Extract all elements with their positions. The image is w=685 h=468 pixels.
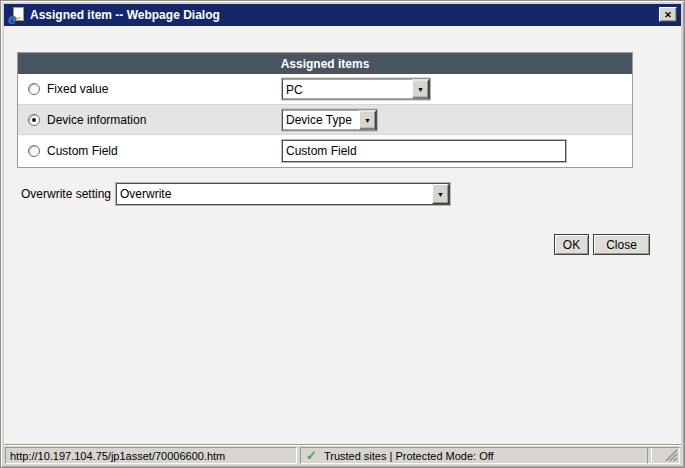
- internet-explorer-icon: e: [8, 7, 24, 23]
- overwrite-setting-selected-option: Overwrite: [117, 184, 432, 204]
- table-row-device-information: Device information Device Type ▼: [18, 104, 632, 134]
- close-window-button[interactable]: ✕: [659, 7, 677, 22]
- table-row-custom-field: Custom Field: [18, 134, 632, 167]
- resize-grip-icon: [664, 448, 678, 462]
- device-information-label: Device information: [47, 113, 146, 127]
- device-information-selected-option: Device Type: [283, 110, 359, 129]
- fixed-value-selected-option: PC: [283, 80, 412, 99]
- status-bar: http://10.197.104.75/jp1asset/70006600.h…: [4, 444, 681, 464]
- close-icon: ✕: [664, 10, 672, 20]
- chevron-down-icon[interactable]: ▼: [432, 184, 449, 204]
- resize-grip[interactable]: [647, 447, 680, 464]
- overwrite-setting-select[interactable]: Overwrite ▼: [116, 183, 450, 205]
- fixed-value-select[interactable]: PC ▼: [282, 79, 430, 100]
- dialog-body: Assigned items Fixed value PC ▼ Device i…: [4, 26, 681, 444]
- webpage-dialog-window: e Assigned item -- Webpage Dialog ✕ Assi…: [0, 0, 685, 468]
- assigned-items-table: Assigned items Fixed value PC ▼ Device i…: [17, 52, 633, 168]
- table-row-fixed-value: Fixed value PC ▼: [18, 74, 632, 104]
- window-title: Assigned item -- Webpage Dialog: [30, 8, 220, 22]
- title-bar[interactable]: e Assigned item -- Webpage Dialog ✕: [4, 4, 681, 26]
- custom-field-label: Custom Field: [47, 144, 118, 158]
- close-button[interactable]: Close: [593, 234, 650, 255]
- custom-field-input[interactable]: [282, 140, 566, 162]
- security-zone-text: Trusted sites | Protected Mode: Off: [324, 450, 494, 462]
- radio-fixed-value[interactable]: [28, 83, 40, 95]
- ok-button[interactable]: OK: [554, 234, 589, 255]
- overwrite-setting-label: Overwrite setting: [21, 187, 111, 201]
- chevron-down-icon[interactable]: ▼: [359, 110, 376, 129]
- device-information-select[interactable]: Device Type ▼: [282, 109, 377, 130]
- check-icon: ✓: [306, 448, 317, 463]
- overwrite-setting-row: Overwrite setting Overwrite ▼: [21, 183, 450, 205]
- chevron-down-icon[interactable]: ▼: [412, 80, 429, 99]
- radio-device-information[interactable]: [28, 114, 40, 126]
- status-url: http://10.197.104.75/jp1asset/70006600.h…: [5, 447, 297, 464]
- radio-custom-field[interactable]: [28, 145, 40, 157]
- fixed-value-label: Fixed value: [47, 82, 108, 96]
- security-zone-status: ✓ Trusted sites | Protected Mode: Off: [300, 447, 652, 464]
- table-header: Assigned items: [18, 53, 632, 74]
